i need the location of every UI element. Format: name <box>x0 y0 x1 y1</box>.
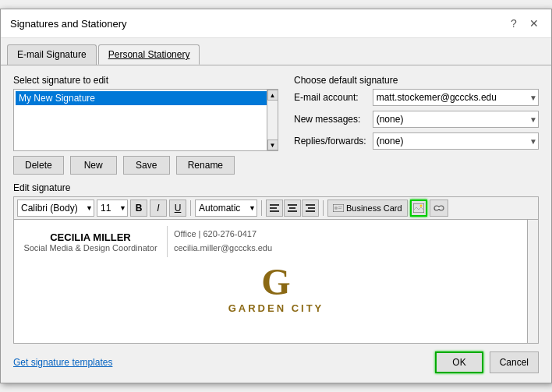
svg-rect-10 <box>334 207 338 210</box>
insert-picture-icon <box>413 203 424 213</box>
svg-rect-2 <box>270 210 279 212</box>
sig-logo-area: G GARDEN CITY <box>20 263 532 314</box>
sig-email: cecilia.miller@gcccks.edu <box>174 242 272 256</box>
logo-letter: G <box>261 263 290 301</box>
dialog-footer: Get signature templates OK Cancel <box>13 351 539 373</box>
signatures-stationery-dialog: Signatures and Stationery ? ✕ E-mail Sig… <box>0 9 552 383</box>
svg-rect-4 <box>289 207 295 209</box>
size-select[interactable]: 11 <box>97 200 128 217</box>
email-account-select[interactable]: matt.stockemer@gcccks.edu <box>373 89 539 106</box>
business-card-label: Business Card <box>346 203 402 213</box>
new-messages-select[interactable]: (none) <box>373 111 539 128</box>
default-sig-grid: E-mail account: matt.stockemer@gcccks.ed… <box>294 89 539 150</box>
formatting-toolbar: Calibri (Body) ▼ 11 ▼ B I U Automatic ▼ <box>13 196 539 219</box>
rename-button[interactable]: Rename <box>176 156 235 175</box>
sig-list-container: My New Signature ▲ ▼ <box>13 89 278 151</box>
svg-rect-12 <box>338 208 341 209</box>
close-button[interactable]: ✕ <box>526 16 542 31</box>
sig-name-block: CECILIA MILLER Social Media & Design Coo… <box>20 231 161 253</box>
tab-personal-stationery[interactable]: Personal Stationery <box>98 44 200 65</box>
replies-label: Replies/forwards: <box>294 136 366 147</box>
footer-buttons: OK Cancel <box>435 351 539 373</box>
ok-button[interactable]: OK <box>435 351 483 373</box>
bold-button[interactable]: B <box>130 200 147 217</box>
sig-contact-info: Office | 620-276-0417 cecilia.miller@gcc… <box>174 228 272 255</box>
font-select[interactable]: Calibri (Body) <box>17 200 94 217</box>
email-account-dropdown-wrap: matt.stockemer@gcccks.edu ▼ <box>373 89 539 106</box>
align-right-button[interactable] <box>302 200 319 217</box>
toolbar-sep-3 <box>323 200 324 216</box>
sig-action-buttons: Delete New Save Rename <box>13 156 278 175</box>
underline-button[interactable]: U <box>169 200 186 217</box>
hyperlink-icon <box>433 203 444 213</box>
align-left-button[interactable] <box>266 200 283 217</box>
sig-list-scrollbar: ▲ ▼ <box>267 90 278 150</box>
dialog-body: Select signature to edit My New Signatur… <box>1 65 551 383</box>
font-dropdown-wrap: Calibri (Body) ▼ <box>17 200 94 217</box>
help-button[interactable]: ? <box>506 16 522 31</box>
sig-name-row: CECILIA MILLER Social Media & Design Coo… <box>20 226 532 257</box>
scroll-up-arrow[interactable]: ▲ <box>267 90 278 101</box>
sig-select-section: Select signature to edit My New Signatur… <box>13 75 278 175</box>
replies-select[interactable]: (none) <box>373 132 539 150</box>
italic-button[interactable]: I <box>150 200 167 217</box>
new-button[interactable]: New <box>70 156 117 175</box>
default-sig-section: Choose default signature E-mail account:… <box>294 75 539 175</box>
tab-email-signature[interactable]: E-mail Signature <box>7 44 97 65</box>
align-right-icon <box>306 204 315 212</box>
business-card-button[interactable]: Business Card <box>327 200 408 217</box>
top-section: Select signature to edit My New Signatur… <box>13 75 539 175</box>
sig-edit-area[interactable]: CECILIA MILLER Social Media & Design Coo… <box>13 219 539 344</box>
tab-bar: E-mail Signature Personal Stationery <box>1 38 551 65</box>
new-messages-dropdown-wrap: (none) ▼ <box>373 111 539 128</box>
size-dropdown-wrap: 11 ▼ <box>97 200 128 217</box>
toolbar-sep-1 <box>190 200 191 216</box>
color-select[interactable]: Automatic <box>195 200 257 217</box>
svg-rect-1 <box>270 207 277 209</box>
title-controls: ? ✕ <box>506 16 542 31</box>
replies-dropdown-wrap: (none) ▼ <box>373 132 539 150</box>
align-left-icon <box>270 204 279 212</box>
save-button[interactable]: Save <box>123 156 170 175</box>
align-group <box>266 200 319 217</box>
sig-divider <box>167 226 168 257</box>
delete-button[interactable]: Delete <box>13 156 64 175</box>
sig-list[interactable]: My New Signature <box>14 90 278 150</box>
svg-point-14 <box>419 205 422 207</box>
svg-rect-6 <box>306 204 315 206</box>
sig-edit-scrollbar[interactable] <box>527 220 538 343</box>
sig-office: Office | 620-276-0417 <box>174 228 272 242</box>
align-center-button[interactable] <box>284 200 301 217</box>
svg-rect-3 <box>288 204 297 206</box>
insert-hyperlink-button[interactable] <box>430 200 448 217</box>
default-sig-label: Choose default signature <box>294 75 539 86</box>
edit-sig-label: Edit signature <box>13 182 539 193</box>
sig-select-label: Select signature to edit <box>13 75 278 86</box>
svg-rect-7 <box>308 207 315 209</box>
title-bar: Signatures and Stationery ? ✕ <box>1 9 551 38</box>
logo-text: GARDEN CITY <box>228 302 324 314</box>
toolbar-sep-2 <box>261 200 262 216</box>
align-center-icon <box>288 204 297 212</box>
template-link[interactable]: Get signature templates <box>13 357 112 368</box>
new-messages-label: New messages: <box>294 114 366 125</box>
sig-job-title: Social Media & Design Coordinator <box>23 243 157 253</box>
svg-rect-8 <box>306 210 315 212</box>
svg-rect-0 <box>270 204 279 206</box>
scroll-down-arrow[interactable]: ▼ <box>267 139 278 150</box>
insert-picture-button[interactable] <box>410 200 427 217</box>
svg-rect-17 <box>437 207 441 209</box>
svg-rect-5 <box>288 210 297 212</box>
svg-rect-13 <box>413 203 424 213</box>
cancel-button[interactable]: Cancel <box>490 351 539 373</box>
dialog-title: Signatures and Stationery <box>10 18 127 30</box>
svg-rect-11 <box>338 207 342 207</box>
business-card-icon <box>333 204 344 212</box>
email-account-label: E-mail account: <box>294 92 366 103</box>
color-dropdown-wrap: Automatic ▼ <box>195 200 257 217</box>
sig-full-name: CECILIA MILLER <box>50 231 131 243</box>
